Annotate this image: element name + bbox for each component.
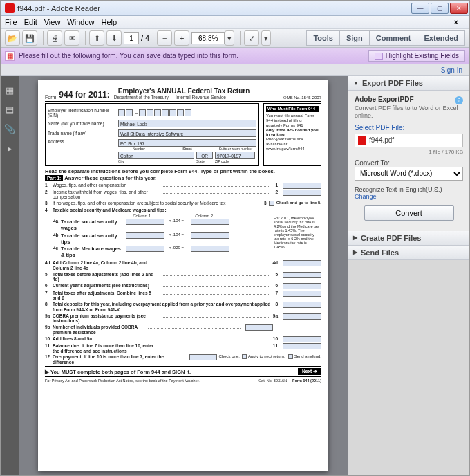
view-dropdown-icon[interactable]: ▾ <box>261 30 271 46</box>
apply-next-checkbox[interactable] <box>242 354 247 359</box>
line6-input[interactable] <box>283 283 321 289</box>
create-pdf-header[interactable]: ▶Create PDF Files <box>348 231 469 246</box>
menu-edit[interactable]: Edit <box>24 18 37 26</box>
zoom-input[interactable]: 68.8% <box>191 32 225 44</box>
line4c-c2[interactable] <box>191 246 229 252</box>
ein-box[interactable] <box>118 109 125 116</box>
exportpdf-title: Adobe ExportPDF <box>355 95 455 103</box>
line4b-c2[interactable] <box>191 232 229 239</box>
page-number-input[interactable]: 1 <box>124 32 139 44</box>
form-message-bar: ▦ Please fill out the following form. Yo… <box>1 48 469 64</box>
highlight-label: Highlight Existing Fields <box>386 52 459 60</box>
help-icon[interactable]: ? <box>455 96 463 104</box>
left-nav-rail: ▦ ▤ 📎 ▸ <box>1 76 19 475</box>
open-icon[interactable]: 📂 <box>5 30 20 46</box>
zoom-dropdown-icon[interactable]: ▾ <box>225 30 234 46</box>
form-title: Employer's ANNUAL Federal Tax Return <box>118 87 250 95</box>
chevron-right-icon: ▶ <box>353 235 357 241</box>
who-must-file-box: Who Must File Form 944 You must file ann… <box>263 103 321 166</box>
export-pdf-header[interactable]: ▼Export PDF Files <box>348 76 469 91</box>
line9b-input[interactable] <box>245 324 273 331</box>
signin-row: Sign In <box>1 64 469 76</box>
minimize-button[interactable]: — <box>411 3 429 14</box>
select-file-label: Select PDF File: <box>355 124 463 131</box>
maximize-button[interactable]: ▢ <box>431 3 449 14</box>
menu-view[interactable]: View <box>44 18 61 26</box>
thumbnails-icon[interactable]: ▦ <box>1 80 19 100</box>
rate-info-box: For 2011, the employee social security t… <box>272 214 321 259</box>
main-toolbar: 📂 💾 🖨 ✉ ⬆ ⬇ 1 / 4 − + 68.8% ▾ ⤢ ▾ Tools … <box>1 28 469 48</box>
line2-input[interactable] <box>283 190 321 196</box>
menu-close-doc[interactable]: × <box>454 18 458 26</box>
convert-button[interactable]: Convert <box>364 205 454 221</box>
part1-header: Part 1: <box>45 175 63 181</box>
line4d-input[interactable] <box>283 260 321 266</box>
change-language-link[interactable]: Change <box>355 193 463 200</box>
ein-label: Employer identification number (EIN) <box>48 108 118 118</box>
line5-input[interactable] <box>283 272 321 278</box>
omb-number: OMB No. 1545-2007 <box>283 95 321 100</box>
next-button[interactable]: Next ➔ <box>298 368 321 375</box>
line8-input[interactable] <box>283 302 321 308</box>
zoom-out-icon[interactable]: − <box>157 30 172 46</box>
convert-to-label: Convert To: <box>355 159 463 167</box>
line10-input[interactable] <box>283 336 321 342</box>
form-dept: Department of the Treasury — Internal Re… <box>114 95 250 100</box>
menu-file[interactable]: File <box>5 18 17 26</box>
attachments-icon[interactable]: 📎 <box>1 119 19 138</box>
line12-input[interactable] <box>189 354 217 360</box>
must-complete-label: ▶ You MUST complete both pages of Form 9… <box>45 369 298 375</box>
zip-input[interactable]: 97017-0197 <box>215 152 255 159</box>
tab-tools[interactable]: Tools <box>306 30 340 46</box>
line11-input[interactable] <box>283 343 321 349</box>
fullscreen-icon[interactable]: ⤢ <box>244 30 259 46</box>
line9a-input[interactable] <box>283 313 321 320</box>
email-icon[interactable]: ✉ <box>64 30 79 46</box>
line1-input[interactable] <box>283 183 321 189</box>
line7-input[interactable] <box>283 291 321 297</box>
form-icon: ▦ <box>5 51 15 61</box>
pdf-page: Form 944 for 2011: Employer's ANNUAL Fed… <box>38 80 328 471</box>
name-input[interactable]: Michael Loob <box>118 120 256 127</box>
trade-input[interactable]: Wall St Data Intensive Software <box>118 129 256 137</box>
read-instr-label: Read the separate instructions before yo… <box>45 168 321 174</box>
highlight-fields-button[interactable]: Highlight Existing Fields <box>368 50 465 62</box>
window-titlebar: f944.pdf - Adobe Reader — ▢ ✕ <box>1 1 469 16</box>
line4a-c2[interactable] <box>191 219 229 225</box>
addr-label: Address <box>48 139 118 144</box>
send-refund-checkbox[interactable] <box>288 354 293 359</box>
document-area[interactable]: Form 944 for 2011: Employer's ANNUAL Fed… <box>19 76 348 475</box>
bookmarks-icon[interactable]: ▤ <box>1 100 19 119</box>
window-title: f944.pdf - Adobe Reader <box>17 4 410 12</box>
city-input[interactable]: Colton <box>118 152 194 159</box>
convert-to-select[interactable]: Microsoft Word (*.docx) <box>355 167 463 181</box>
pdf-icon <box>358 136 366 145</box>
close-button[interactable]: ✕ <box>450 3 468 14</box>
signin-link[interactable]: Sign In <box>441 64 462 75</box>
menu-help[interactable]: Help <box>101 18 117 26</box>
selected-file-box[interactable]: f944.pdf <box>355 134 463 147</box>
zoom-in-icon[interactable]: + <box>174 30 189 46</box>
form-year: 944 for 2011: <box>59 90 109 100</box>
menu-window[interactable]: Window <box>67 18 94 26</box>
who-header: Who Must File Form 944 <box>266 106 319 112</box>
line4c-c1[interactable] <box>126 246 164 252</box>
line3-checkbox[interactable] <box>269 201 274 206</box>
chevron-right-icon: ▶ <box>353 249 357 255</box>
tab-comment[interactable]: Comment <box>369 30 418 46</box>
file-info: 1 file / 170 KB <box>355 149 463 155</box>
line4b-c1[interactable] <box>126 232 164 239</box>
save-icon[interactable]: 💾 <box>22 30 37 46</box>
app-icon <box>5 3 15 13</box>
line4a-c1[interactable] <box>126 219 164 225</box>
page-up-icon[interactable]: ⬆ <box>89 30 104 46</box>
page-down-icon[interactable]: ⬇ <box>106 30 122 46</box>
right-tools-pane: ▼Export PDF Files Adobe ExportPDF? Conve… <box>348 76 469 475</box>
state-input[interactable]: OR <box>196 152 213 159</box>
morenav-icon[interactable]: ▸ <box>1 138 19 158</box>
tab-sign[interactable]: Sign <box>339 30 370 46</box>
tab-extended[interactable]: Extended <box>417 30 465 46</box>
addr-input[interactable]: PO Box 197 <box>118 139 256 147</box>
send-files-header[interactable]: ▶Send Files <box>348 246 469 260</box>
print-icon[interactable]: 🖨 <box>47 30 62 46</box>
